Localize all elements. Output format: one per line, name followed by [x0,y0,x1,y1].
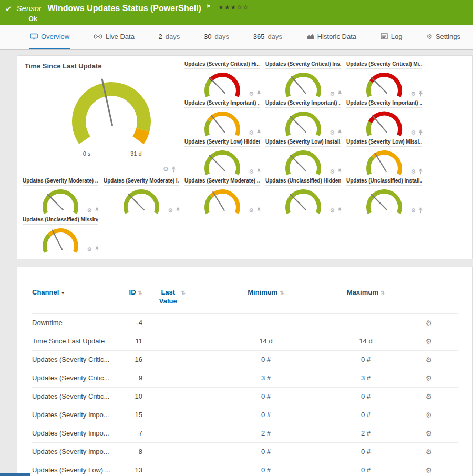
column-header-id[interactable]: ID⇅ [119,285,142,313]
gear-icon[interactable]: ⚙ [410,91,416,97]
gauge-actions: ⚙ [249,207,261,214]
gauges-panel: Time Since Last Update 0 s 31 d ⚙ Update… [17,55,473,259]
gauge-actions: ⚙ [163,166,176,173]
channel-settings-gear-icon[interactable]: ⚙ [426,411,433,419]
pin-icon[interactable] [418,90,423,97]
pin-icon[interactable] [171,166,176,173]
sort-icon[interactable]: ⇅ [138,290,142,296]
pin-icon[interactable] [95,246,99,252]
tab-30-days[interactable]: 30days [203,25,230,49]
tab-2-days[interactable]: 2days [158,25,181,49]
channel-settings-gear-icon[interactable]: ⚙ [426,356,433,364]
priority-stars[interactable]: ★★★☆☆ [218,4,249,11]
gear-icon[interactable]: ⚙ [330,169,335,175]
big-gauge-title: Time Since Last Update [25,62,180,70]
channel-settings-gear-icon[interactable]: ⚙ [426,392,433,401]
table-row: Updates (Severity Critic...100 #0 #⚙ [32,387,458,406]
tab-number: 2 [159,33,162,40]
channel-settings-gear-icon[interactable]: ⚙ [426,466,433,474]
pin-icon[interactable] [337,207,342,214]
column-header-channel[interactable]: Channel▾ [32,285,119,313]
column-header-minimum[interactable]: Minimum⇅ [200,285,332,313]
gear-icon[interactable]: ⚙ [249,169,254,175]
channel-settings-gear-icon[interactable]: ⚙ [426,448,433,456]
gear-icon[interactable]: ⚙ [168,208,173,214]
gauge-actions: ⚙ [410,90,423,97]
tab-label: Settings [436,33,460,40]
tab-overview[interactable]: Overview [29,25,70,49]
pin-icon[interactable] [337,168,342,175]
gear-icon[interactable]: ⚙ [330,208,335,214]
gear-icon[interactable]: ⚙ [249,208,254,214]
table-row: Updates (Severity Impo...150 #0 #⚙ [32,406,458,424]
channel-last-value [142,350,200,369]
pin-icon[interactable] [337,129,342,136]
tab-log[interactable]: Log [379,25,404,49]
pin-icon[interactable] [256,168,261,175]
gauge-chart [276,69,331,99]
tab-settings[interactable]: ⚙Settings [425,25,461,49]
pin-icon[interactable] [418,168,423,175]
gauge-chart [195,108,250,138]
caret-down-icon[interactable]: ▾ [61,290,64,296]
tab-historic-data[interactable]: Historic Data [305,25,357,49]
gauge-title: Updates (Unclassified) Missing [23,217,98,225]
gauge-grid: Time Since Last Update 0 s 31 d ⚙ Update… [22,60,468,254]
pin-icon[interactable] [256,90,261,97]
gauge-title: Updates (Severity Critical) Ins... [265,61,341,69]
column-header-last-value[interactable]: Last Value⇅ [142,285,200,313]
small-gauge-cell: Updates (Severity Moderate) I...⚙ [102,177,182,215]
tab-label: Live Data [106,33,135,40]
status-badge: Ok [17,15,249,23]
channel-name: Downtime [32,313,119,332]
channel-settings-gear-icon[interactable]: ⚙ [426,429,433,438]
pin-icon[interactable] [256,207,261,214]
pin-icon[interactable] [95,207,99,214]
gear-icon[interactable]: ⚙ [410,130,416,136]
gear-icon[interactable]: ⚙ [330,130,335,136]
table-row: Updates (Severity Low) ...130 #0 #⚙ [32,461,458,476]
channel-maximum: 14 d [332,332,400,350]
table-header-row: Channel▾ ID⇅ Last Value⇅ Minimum⇅ Maximu… [32,285,458,313]
sort-icon[interactable]: ⇅ [181,290,186,296]
gear-icon[interactable]: ⚙ [410,208,416,214]
pin-icon[interactable] [256,129,261,136]
channel-settings-gear-icon[interactable]: ⚙ [426,374,433,382]
gear-icon[interactable]: ⚙ [87,247,92,252]
channel-id: 15 [119,406,142,424]
channel-name: Updates (Severity Impo... [32,406,119,424]
channel-last-value [142,461,200,476]
small-gauge-cell: Updates (Severity Moderate) ...⚙ [183,177,263,215]
pin-icon[interactable] [418,207,423,214]
channel-maximum: 0 # [332,350,400,369]
gear-icon[interactable]: ⚙ [249,130,254,136]
sort-icon[interactable]: ⇅ [280,290,284,296]
sort-icon[interactable]: ⇅ [381,290,385,296]
pin-icon[interactable] [418,129,423,136]
gear-icon[interactable]: ⚙ [163,166,169,173]
pin-icon[interactable] [337,90,342,97]
gear-icon[interactable]: ⚙ [410,169,416,175]
tab-live-data[interactable]: Live Data [92,25,136,49]
column-header-maximum[interactable]: Maximum⇅ [332,285,400,313]
channel-actions-cell: ⚙ [400,313,458,332]
channel-name: Updates (Severity Impo... [32,442,119,461]
channel-settings-gear-icon[interactable]: ⚙ [426,319,433,327]
gauge-chart [33,225,88,255]
status-check-icon: ✔ [5,4,12,25]
channel-maximum: 3 # [332,369,400,387]
gauge-max-label: 31 d [130,150,141,157]
pin-icon[interactable] [176,207,180,214]
settings-icon: ⚙ [426,33,433,40]
title-line: Sensor Windows Updates Status (PowerShel… [17,4,249,13]
gauge-title: Updates (Severity Important) ... [346,100,422,108]
gauge-actions: ⚙ [87,207,99,214]
gear-icon[interactable]: ⚙ [87,208,92,214]
gauge-title: Updates (Severity Important) ... [265,100,341,108]
channel-settings-gear-icon[interactable]: ⚙ [426,337,433,346]
flag-icon[interactable]: ⚑ [206,4,210,9]
tab-365-days[interactable]: 365days [252,25,283,49]
tab-label: Historic Data [317,33,356,40]
gear-icon[interactable]: ⚙ [249,91,254,97]
gear-icon[interactable]: ⚙ [330,91,335,97]
